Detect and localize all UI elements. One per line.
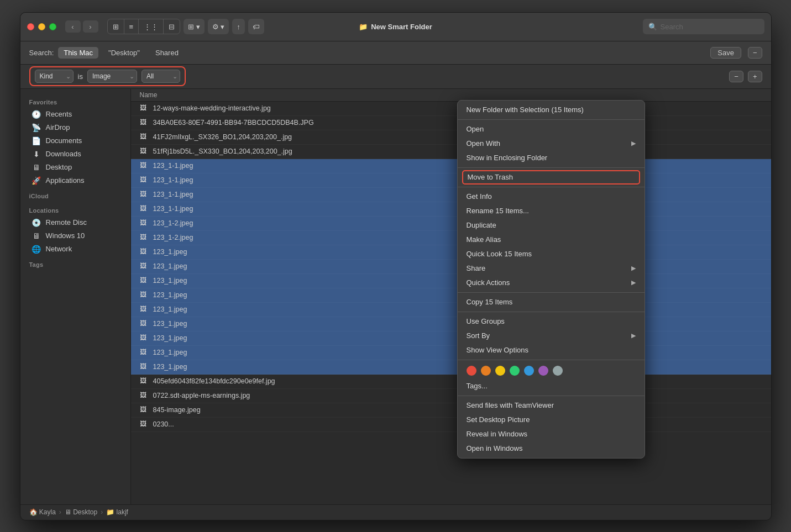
ctx-sep-1 <box>458 119 645 120</box>
file-row[interactable]: 🖼 123_1.jpeg <box>131 288 771 303</box>
breadcrumb-desktop[interactable]: 🖥 Desktop <box>65 508 97 516</box>
file-row[interactable]: 🖼 123_1.jpeg <box>131 260 771 274</box>
filter-plus-button[interactable]: + <box>748 71 762 82</box>
ctx-use-groups[interactable]: Use Groups <box>458 314 645 329</box>
action-button[interactable]: ⚙ ▾ <box>208 19 229 34</box>
tag-blue[interactable] <box>524 366 534 376</box>
ctx-share[interactable]: Share ▶ <box>458 261 645 276</box>
kind-select[interactable]: Kind <box>35 70 74 83</box>
nav-forward-button[interactable]: › <box>83 20 98 33</box>
ctx-open[interactable]: Open <box>458 122 645 136</box>
search-bar[interactable]: 🔍 Search <box>643 19 764 34</box>
view-options-dropdown-button[interactable]: ⊞ ▾ <box>184 19 205 34</box>
breadcrumb-sep-2: › <box>101 508 103 516</box>
ctx-show-enclosing[interactable]: Show in Enclosing Folder <box>458 151 645 165</box>
tag-purple[interactable] <box>538 366 548 376</box>
tag-button[interactable]: 🏷 <box>248 19 264 34</box>
sidebar-item-documents[interactable]: 📄 Documents <box>23 134 128 148</box>
file-row[interactable]: 🖼 123_1-1.jpeg <box>131 202 771 217</box>
file-row[interactable]: 🖼 123_1-1.jpeg <box>131 173 771 188</box>
file-row[interactable]: 🖼 123_1.jpeg <box>131 317 771 331</box>
file-row[interactable]: 🖼 34BA0E63-80E7-4991-BB94-7BBCDCD5DB4B.J… <box>131 116 771 130</box>
file-row[interactable]: 🖼 123_1-2.jpeg <box>131 231 771 245</box>
share-button[interactable]: ↑ <box>232 19 245 34</box>
view-gallery-button[interactable]: ⊟ <box>164 19 180 34</box>
file-row[interactable]: 🖼 123_1.jpeg <box>131 303 771 317</box>
filter-minus-button[interactable]: − <box>729 71 743 82</box>
view-list-button[interactable]: ≡ <box>124 19 139 34</box>
ctx-copy-items[interactable]: Copy 15 Items <box>458 295 645 309</box>
ctx-open-with[interactable]: Open With ▶ <box>458 136 645 151</box>
view-columns-button[interactable]: ⋮⋮ <box>139 19 164 34</box>
ctx-get-info[interactable]: Get Info <box>458 189 645 204</box>
kind-value-select[interactable]: Image <box>87 70 137 83</box>
file-row[interactable]: 🖼 51fRj1bsD5L._SX330_BO1,204,203,200_.jp… <box>131 145 771 159</box>
sidebar-item-network[interactable]: 🌐 Network <box>23 243 128 256</box>
remove-search-button[interactable]: − <box>748 47 762 59</box>
minimize-button[interactable] <box>38 23 45 30</box>
ctx-move-to-trash[interactable]: Move to Trash <box>462 170 640 185</box>
scope-shared-button[interactable]: Shared <box>150 47 184 59</box>
sidebar-item-remote-disc[interactable]: 💿 Remote Disc <box>23 216 128 229</box>
ctx-new-folder-selection[interactable]: New Folder with Selection (15 Items) <box>458 103 645 117</box>
file-row[interactable]: 🖼 123_1.jpeg <box>131 245 771 260</box>
ctx-rename[interactable]: Rename 15 Items... <box>458 204 645 218</box>
file-row[interactable]: 🖼 12-ways-make-wedding-interactive.jpg <box>131 102 771 116</box>
ctx-quick-look[interactable]: Quick Look 15 Items <box>458 247 645 261</box>
all-select[interactable]: All <box>142 70 180 83</box>
ctx-reveal-windows[interactable]: Reveal in Windows <box>458 427 645 441</box>
file-row[interactable]: 🖼 123_1-2.jpeg <box>131 217 771 231</box>
tag-yellow[interactable] <box>495 366 505 376</box>
file-row[interactable]: 🖼 0230... <box>131 418 771 432</box>
close-button[interactable] <box>27 23 34 30</box>
file-row[interactable]: 🖼 845-image.jpeg <box>131 403 771 418</box>
ctx-sort-by[interactable]: Sort By ▶ <box>458 329 645 343</box>
file-row[interactable]: 🖼 123_1.jpeg <box>131 274 771 288</box>
file-icon: 🖼 <box>140 176 150 185</box>
file-icon: 🖼 <box>140 334 150 343</box>
file-row[interactable]: 🖼 123_1-1.jpeg <box>131 159 771 173</box>
ctx-send-teamviewer[interactable]: Send files with TeamViewer <box>458 398 645 413</box>
file-icon: 🖼 <box>140 377 150 386</box>
sidebar-item-desktop[interactable]: 🖥 Desktop <box>23 161 128 174</box>
tag-gray[interactable] <box>553 366 563 376</box>
sidebar-item-airdrop[interactable]: 📡 AirDrop <box>23 121 128 134</box>
nav-back-button[interactable]: ‹ <box>65 20 81 33</box>
ctx-set-desktop[interactable]: Set Desktop Picture <box>458 413 645 427</box>
tag-orange[interactable] <box>481 366 491 376</box>
ctx-open-windows[interactable]: Open in Windows <box>458 441 645 456</box>
ctx-show-view-options[interactable]: Show View Options <box>458 343 645 357</box>
save-button[interactable]: Save <box>710 47 741 59</box>
file-row[interactable]: 🖼 123_1.jpeg <box>131 360 771 375</box>
file-row[interactable]: 🖼 123_1-1.jpeg <box>131 188 771 202</box>
sidebar-item-downloads[interactable]: ⬇ Downloads <box>23 148 128 161</box>
file-row[interactable]: 🖼 123_1.jpeg <box>131 331 771 346</box>
search-toolbar: Search: This Mac "Desktop" Shared Save − <box>20 41 771 65</box>
file-icon: 🖼 <box>140 262 150 271</box>
file-icon: 🖼 <box>140 291 150 299</box>
ctx-make-alias[interactable]: Make Alias <box>458 233 645 247</box>
ctx-quick-actions[interactable]: Quick Actions ▶ <box>458 276 645 290</box>
fullscreen-button[interactable] <box>49 23 56 30</box>
sidebar-item-recents[interactable]: 🕐 Recents <box>23 108 128 121</box>
file-icon: 🖼 <box>140 104 150 113</box>
breadcrumb-lakjf[interactable]: 📁 lakjf <box>106 508 128 516</box>
title-bar: ‹ › ⊞ ≡ ⋮⋮ ⊟ ⊞ ▾ ⚙ ▾ ↑ 🏷 📁 New Smart Fol… <box>20 13 771 41</box>
ctx-duplicate[interactable]: Duplicate <box>458 218 645 233</box>
file-row[interactable]: 🖼 405efd6043f82fe134bfdc290e0e9fef.jpg <box>131 375 771 389</box>
breadcrumb-kayla[interactable]: 🏠 Kayla <box>29 508 56 516</box>
sidebar-item-applications[interactable]: 🚀 Applications <box>23 174 128 187</box>
file-row[interactable]: 🖼 0722.sdt-apple-ms-earnings.jpg <box>131 389 771 403</box>
scope-desktop-button[interactable]: "Desktop" <box>103 47 145 59</box>
tag-green[interactable] <box>510 366 520 376</box>
file-row[interactable]: 🖼 41FJ2mIlxgL._SX326_BO1,204,203,200_.jp… <box>131 130 771 145</box>
windows-10-icon: 🖥 <box>32 231 41 240</box>
file-row[interactable]: 🖼 123_1.jpeg <box>131 346 771 360</box>
tag-red[interactable] <box>467 366 476 376</box>
ctx-tags-label[interactable]: Tags... <box>458 379 645 393</box>
sidebar-item-windows-10[interactable]: 🖥 Windows 10 <box>23 229 128 243</box>
ctx-share-label: Share <box>467 264 486 272</box>
scope-this-mac-button[interactable]: This Mac <box>58 47 98 59</box>
file-name: 123_1.jpeg <box>153 320 187 328</box>
view-icons-button[interactable]: ⊞ <box>108 19 124 34</box>
